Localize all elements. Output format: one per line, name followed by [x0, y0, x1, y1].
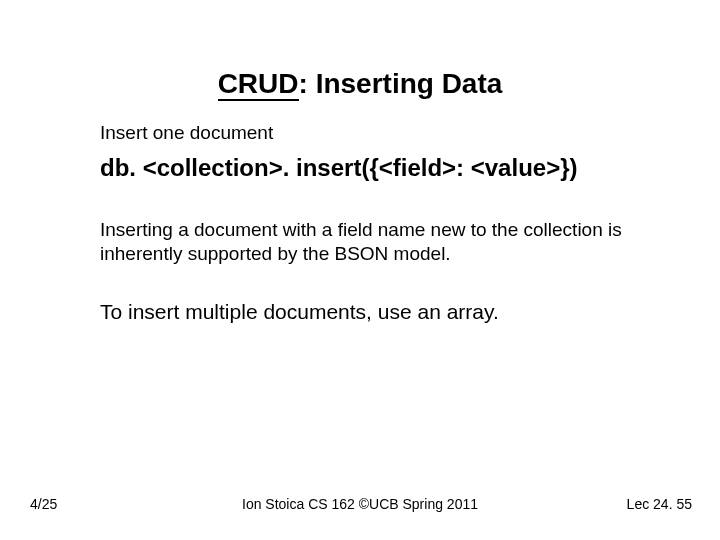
intro-text: Insert one document [100, 122, 670, 144]
slide: CRUD: Inserting Data Insert one document… [0, 0, 720, 540]
title-area: CRUD: Inserting Data [0, 0, 720, 114]
title-rest: : Inserting Data [299, 68, 503, 99]
body-area: Insert one document db. <collection>. in… [0, 122, 720, 324]
code-text: db. <collection>. insert({<field>: <valu… [100, 154, 670, 182]
footer-credit: Ion Stoica CS 162 ©UCB Spring 2011 [242, 496, 478, 512]
instruction-text: To insert multiple documents, use an arr… [100, 300, 670, 324]
explanation-text: Inserting a document with a field name n… [100, 218, 670, 266]
footer-date: 4/25 [30, 496, 57, 512]
title-acronym: CRUD [218, 68, 299, 101]
footer-lecture: Lec 24. 55 [627, 496, 692, 512]
slide-title: CRUD: Inserting Data [218, 68, 503, 101]
